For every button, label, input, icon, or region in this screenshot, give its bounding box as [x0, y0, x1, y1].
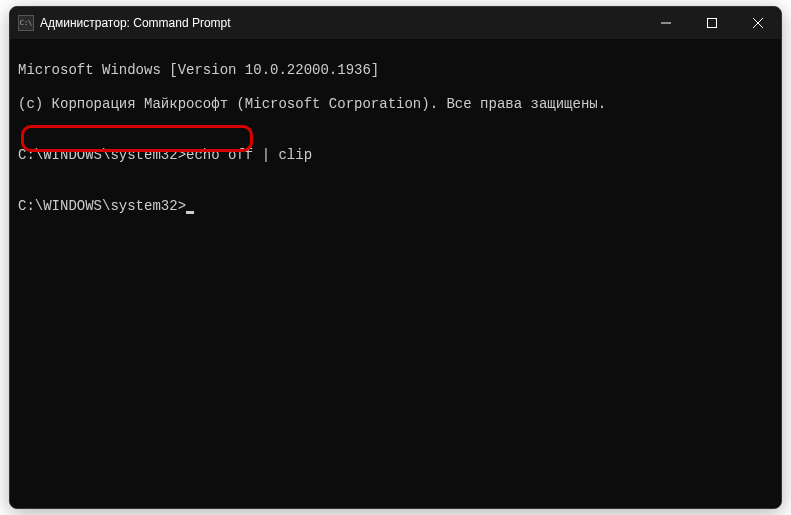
maximize-icon [707, 18, 717, 28]
titlebar[interactable]: C:\ Администратор: Command Prompt [10, 7, 781, 39]
svg-rect-1 [708, 19, 717, 28]
prompt-text: C:\WINDOWS\system32> [18, 147, 186, 163]
close-button[interactable] [735, 7, 781, 39]
minimize-icon [661, 18, 671, 28]
titlebar-left: C:\ Администратор: Command Prompt [18, 15, 231, 31]
close-icon [753, 18, 763, 28]
command-text: echo off | clip [186, 147, 312, 163]
command-prompt-window: C:\ Администратор: Command Prompt Micros… [9, 6, 782, 509]
output-line: C:\WINDOWS\system32>echo off | clip [18, 147, 773, 164]
output-line: Microsoft Windows [Version 10.0.22000.19… [18, 62, 773, 79]
window-controls [643, 7, 781, 39]
cmd-icon: C:\ [18, 15, 34, 31]
maximize-button[interactable] [689, 7, 735, 39]
prompt-text: C:\WINDOWS\system32> [18, 198, 186, 214]
current-prompt-line: C:\WINDOWS\system32> [18, 198, 773, 215]
text-cursor [186, 211, 194, 214]
output-line: (c) Корпорация Майкрософт (Microsoft Cor… [18, 96, 773, 113]
minimize-button[interactable] [643, 7, 689, 39]
terminal-output[interactable]: Microsoft Windows [Version 10.0.22000.19… [10, 39, 781, 508]
window-title: Администратор: Command Prompt [40, 16, 231, 30]
